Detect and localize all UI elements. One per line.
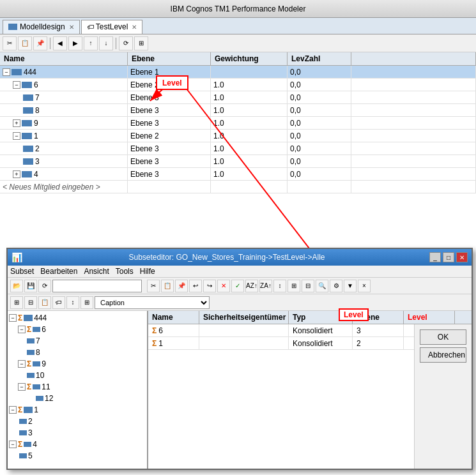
- ltree-expand-4[interactable]: −: [9, 441, 17, 448]
- dialog-minimize-btn[interactable]: _: [429, 252, 441, 262]
- dlg-tb2-btn5[interactable]: ↕: [66, 296, 79, 309]
- dlg-sort-za-btn[interactable]: ZA↑: [259, 280, 272, 292]
- dlg-copy-btn[interactable]: 📋: [161, 280, 174, 292]
- toolbar-btn2[interactable]: ▶: [68, 36, 82, 50]
- cell-lev-7: 0,0: [288, 91, 351, 103]
- dlg-tb2-btn3[interactable]: 📋: [38, 296, 51, 309]
- dlg-sort-btn3[interactable]: ⊟: [302, 280, 314, 292]
- header-extra: [351, 52, 476, 65]
- toolbar-btn5[interactable]: ⟳: [119, 36, 133, 50]
- dlg-toolbar-btn1[interactable]: 📂: [10, 280, 23, 292]
- ltree-expand-11[interactable]: −: [18, 383, 26, 391]
- cancel-button[interactable]: Abbrechen: [420, 347, 466, 363]
- toolbar-btn3[interactable]: ↑: [84, 36, 98, 50]
- ltree-expand-9[interactable]: −: [18, 360, 26, 368]
- dlg-sort-btn1[interactable]: ↕: [273, 280, 286, 292]
- tree-row-444[interactable]: − 444 Ebene 1 0,0: [0, 66, 476, 79]
- add-member-row[interactable]: < Neues Mitglied eingeben >: [0, 181, 476, 193]
- dlg-toolbar-btn3[interactable]: ⟳: [38, 280, 51, 292]
- dlg-filter-btn4[interactable]: ×: [358, 280, 371, 292]
- tree-row-8[interactable]: 8 Ebene 3 1.0 0,0: [0, 104, 476, 117]
- expand-9[interactable]: +: [13, 119, 20, 127]
- tree-row-9[interactable]: + 9 Ebene 3 1.0 0,0: [0, 117, 476, 130]
- ltree-node-6[interactable]: − Σ 6: [9, 324, 146, 335]
- toolbar-btn4[interactable]: ↓: [99, 36, 113, 50]
- toolbar-btn1[interactable]: ◀: [53, 36, 67, 50]
- cell-gew-1: 1.0: [211, 130, 288, 142]
- ltree-label-6: 6: [42, 325, 46, 334]
- ltree-node-11[interactable]: − Σ 11: [9, 381, 146, 393]
- ok-button[interactable]: OK: [420, 329, 466, 345]
- ltree-label-10: 10: [36, 371, 44, 380]
- ltree-node-8[interactable]: 8: [9, 347, 146, 358]
- ltree-node-12[interactable]: 12: [9, 393, 146, 404]
- toolbar-cut[interactable]: ✂: [3, 36, 17, 50]
- dlg-sort-btn2[interactable]: ⊞: [288, 280, 300, 292]
- toolbar-paste[interactable]: 📌: [33, 36, 47, 50]
- ltree-node-5[interactable]: 5: [9, 450, 146, 462]
- tree-row-3[interactable]: 3 Ebene 3 1.0 0,0: [0, 155, 476, 168]
- result-label-6: 6: [158, 326, 163, 335]
- ltree-expand-6[interactable]: −: [18, 326, 26, 333]
- dlg-tb2-btn1[interactable]: ⊞: [10, 296, 23, 309]
- dlg-tb2-btn6[interactable]: ⊞: [81, 296, 93, 309]
- ltree-label-12: 12: [45, 394, 53, 403]
- rc-ebene-1: 2: [353, 337, 404, 349]
- ltree-node-7[interactable]: 7: [9, 335, 146, 347]
- dialog-title-bar[interactable]: 📊 Subseteditor: GO_New_Stores_Training->…: [8, 249, 472, 266]
- ltree-node-10[interactable]: 10: [9, 370, 146, 381]
- ltree-node-2[interactable]: 2: [9, 416, 146, 427]
- dlg-undo-btn[interactable]: ↩: [189, 280, 202, 292]
- dlg-tb2-btn4[interactable]: 🏷: [52, 296, 65, 309]
- tree-row-4[interactable]: + 4 Ebene 3 1.0 0,0: [0, 168, 476, 181]
- dlg-tb2-btn2[interactable]: ⊟: [24, 296, 37, 309]
- tab-modelldesign[interactable]: Modelldesign ✕: [3, 20, 80, 34]
- dlg-filter-btn3[interactable]: ▼: [344, 280, 357, 292]
- dlg-redo-btn[interactable]: ↪: [203, 280, 216, 292]
- dialog-maximize-btn[interactable]: □: [443, 252, 454, 262]
- ltree-node-1[interactable]: − Σ 1: [9, 404, 146, 416]
- dlg-toolbar-btn2[interactable]: 💾: [24, 280, 37, 292]
- dlg-delete-btn[interactable]: ✕: [217, 280, 230, 292]
- menu-ansicht[interactable]: Ansicht: [84, 267, 109, 276]
- tab-testlevel-close[interactable]: ✕: [132, 24, 137, 31]
- ltree-label-444: 444: [34, 313, 47, 322]
- ltree-node-444[interactable]: − Σ 444: [9, 312, 146, 324]
- menu-tools[interactable]: Tools: [116, 267, 134, 276]
- ltree-expand-444[interactable]: −: [9, 314, 17, 322]
- cell-name-7: 7: [0, 91, 128, 103]
- tree-row-1[interactable]: − 1 Ebene 2 1.0 0,0: [0, 130, 476, 142]
- result-row-1[interactable]: Σ 1 Konsolidiert 2: [148, 337, 414, 350]
- cell-name-1: − 1: [0, 130, 128, 142]
- toolbar-copy[interactable]: 📋: [18, 36, 32, 50]
- tab-modelldesign-close[interactable]: ✕: [69, 24, 74, 31]
- dialog-close-btn[interactable]: ✕: [456, 252, 468, 262]
- search-input[interactable]: [52, 280, 142, 292]
- dlg-check-btn[interactable]: ✓: [231, 280, 244, 292]
- dlg-filter-btn1[interactable]: 🔍: [316, 280, 328, 292]
- expand-4[interactable]: +: [13, 170, 20, 178]
- toolbar-btn6[interactable]: ⊞: [134, 36, 148, 50]
- cell-name-3: 3: [0, 155, 128, 167]
- menu-bearbeiten[interactable]: Bearbeiten: [40, 267, 77, 276]
- ltree-icon-8: [27, 350, 35, 355]
- tree-row-6[interactable]: − 6 Ebene 2 1.0 0,0: [0, 79, 476, 91]
- menu-subset[interactable]: Subset: [10, 267, 34, 276]
- dlg-paste-btn[interactable]: 📌: [175, 280, 188, 292]
- caption-select[interactable]: Caption: [95, 296, 210, 309]
- ltree-node-3[interactable]: 3: [9, 427, 146, 439]
- tab-testlevel[interactable]: 🏷 TestLevel ✕: [81, 20, 143, 34]
- ltree-node-9[interactable]: − Σ 9: [9, 358, 146, 370]
- ltree-expand-1[interactable]: −: [9, 406, 17, 414]
- dlg-cut-btn[interactable]: ✂: [147, 280, 160, 292]
- tree-row-2[interactable]: 2 Ebene 3 1.0 0,0: [0, 142, 476, 155]
- expand-6[interactable]: −: [13, 81, 20, 89]
- tree-row-7[interactable]: 7 Ebene 3 1.0 0,0: [0, 91, 476, 104]
- dlg-filter-btn2[interactable]: ⚙: [330, 280, 342, 292]
- expand-1[interactable]: −: [13, 132, 20, 140]
- dlg-sort-az-btn[interactable]: AZ↑: [245, 280, 258, 292]
- result-row-6[interactable]: Σ 6 Konsolidiert 3: [148, 324, 414, 337]
- ltree-node-4[interactable]: − Σ 4: [9, 439, 146, 450]
- menu-hilfe[interactable]: Hilfe: [140, 267, 155, 276]
- expand-444[interactable]: −: [3, 68, 10, 76]
